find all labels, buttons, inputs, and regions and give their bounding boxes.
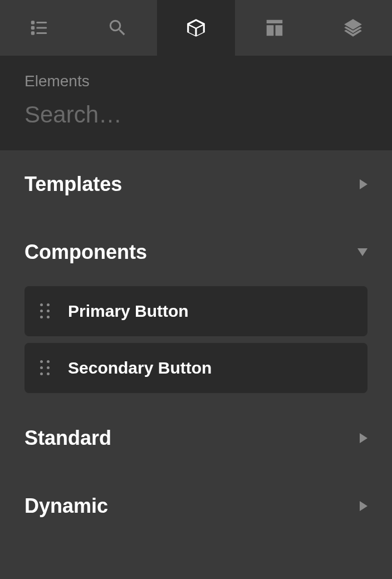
section-title: Standard	[24, 426, 111, 450]
section-header-dynamic[interactable]: Dynamic	[24, 472, 367, 540]
search-icon	[107, 17, 128, 38]
tab-layers[interactable]	[313, 0, 392, 56]
svg-rect-1	[37, 22, 47, 23]
tab-elements[interactable]	[157, 0, 236, 56]
drag-handle-icon[interactable]	[40, 303, 50, 319]
section-title: Templates	[24, 173, 122, 196]
component-item-secondary-button[interactable]: Secondary Button	[24, 343, 367, 393]
list-icon	[28, 17, 50, 38]
section-header-templates[interactable]: Templates	[24, 150, 367, 218]
section-header-standard[interactable]: Standard	[24, 404, 367, 472]
chevron-right-icon	[360, 179, 367, 189]
section-title: Dynamic	[24, 494, 108, 518]
svg-rect-5	[37, 32, 47, 34]
layers-icon	[342, 17, 364, 38]
layout-icon	[264, 17, 285, 38]
chevron-right-icon	[360, 433, 367, 443]
section-title: Components	[24, 241, 147, 264]
section-items-components: Primary Button Secondary Button	[24, 286, 367, 404]
item-label: Primary Button	[68, 302, 189, 321]
tab-list[interactable]	[0, 0, 79, 56]
svg-rect-3	[37, 27, 47, 28]
component-item-primary-button[interactable]: Primary Button	[24, 286, 367, 336]
svg-rect-2	[31, 26, 35, 30]
cube-icon	[185, 17, 207, 38]
sections-container: Templates Components Primary Button Seco…	[0, 150, 392, 540]
item-label: Secondary Button	[68, 359, 212, 377]
chevron-right-icon	[360, 501, 367, 511]
panel-header: Elements	[0, 56, 392, 150]
svg-rect-4	[31, 31, 35, 35]
search-input[interactable]	[24, 101, 367, 128]
tab-bar	[0, 0, 392, 56]
tab-search[interactable]	[79, 0, 157, 56]
tab-layout[interactable]	[235, 0, 313, 56]
chevron-down-icon	[357, 248, 367, 256]
panel-title: Elements	[24, 72, 367, 90]
drag-handle-icon[interactable]	[40, 360, 50, 376]
section-header-components[interactable]: Components	[24, 218, 367, 286]
svg-rect-0	[31, 21, 35, 24]
